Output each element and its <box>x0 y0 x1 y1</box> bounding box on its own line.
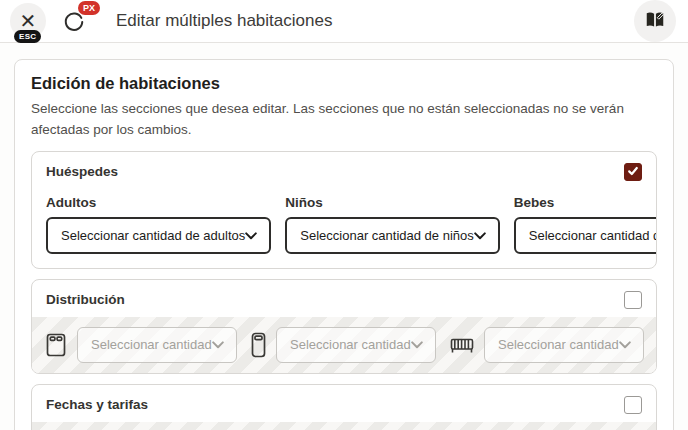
adults-select[interactable]: Seleccionar cantidad de adultos <box>46 217 271 254</box>
single-bed-select-value: Seleccionar cantidad <box>290 337 411 352</box>
babies-select-value: Seleccionar cantidad de bebés <box>529 228 657 243</box>
crib-select-value: Seleccionar cantidad <box>498 337 619 352</box>
children-label: Niños <box>285 195 499 210</box>
modal-header: ✕ ESC PX Editar múltiples habitaciones <box>0 0 688 43</box>
adults-select-value: Seleccionar cantidad de adultos <box>61 228 245 243</box>
guests-checkbox[interactable] <box>624 163 642 181</box>
guests-title: Huéspedes <box>46 164 118 179</box>
single-bed-icon <box>250 331 267 359</box>
single-bed-select[interactable]: Seleccionar cantidad <box>276 327 436 363</box>
edit-rooms-panel: Edición de habitaciones Seleccione las s… <box>14 59 674 430</box>
chevron-down-icon <box>474 228 486 243</box>
check-icon <box>627 163 639 181</box>
modal-title: Editar múltiples habitaciones <box>116 11 332 31</box>
children-select[interactable]: Seleccionar cantidad de niños <box>285 217 499 254</box>
refresh-button[interactable]: PX <box>56 3 92 39</box>
double-bed-select[interactable]: Seleccionar cantidad <box>77 327 237 363</box>
section-guests: Huéspedes Adultos Seleccionar cantidad d… <box>31 151 657 269</box>
distribution-checkbox[interactable] <box>624 291 642 309</box>
close-button[interactable]: ✕ ESC <box>10 3 46 39</box>
double-bed-icon <box>44 332 68 358</box>
chevron-down-icon <box>212 337 224 352</box>
dates-title: Fechas y tarifas <box>46 397 148 412</box>
close-icon: ✕ <box>20 11 37 31</box>
crib-select[interactable]: Seleccionar cantidad <box>484 327 644 363</box>
crib-icon <box>449 335 475 355</box>
help-button[interactable] <box>634 0 676 42</box>
babies-label: Bebes <box>514 195 657 210</box>
adults-label: Adultos <box>46 195 271 210</box>
double-bed-select-value: Seleccionar cantidad <box>91 337 212 352</box>
chevron-down-icon <box>411 337 423 352</box>
panel-description: Seleccione las secciones que desea edita… <box>31 99 657 141</box>
children-select-value: Seleccionar cantidad de niños <box>300 228 473 243</box>
chevron-down-icon <box>245 228 257 243</box>
babies-select[interactable]: Seleccionar cantidad de bebés <box>514 217 657 254</box>
chevron-down-icon <box>619 337 631 352</box>
dates-checkbox[interactable] <box>624 396 642 414</box>
px-badge: PX <box>78 1 100 15</box>
distribution-title: Distribución <box>46 292 125 307</box>
section-distribution: Distribución Seleccionar cantidad <box>31 279 657 374</box>
book-icon <box>644 9 666 34</box>
section-dates: Fechas y tarifas Fecha de ingreso Fecha … <box>31 384 657 430</box>
esc-badge: ESC <box>14 30 41 43</box>
panel-heading: Edición de habitaciones <box>31 74 657 93</box>
